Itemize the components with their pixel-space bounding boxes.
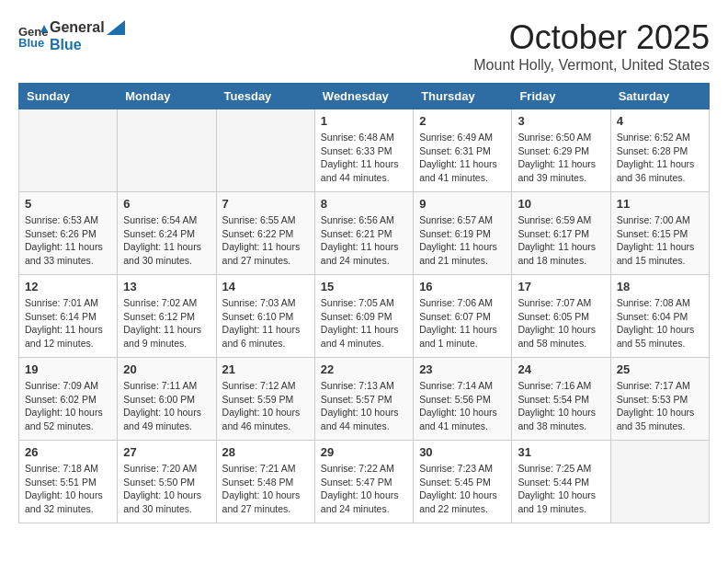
calendar-cell: 1Sunrise: 6:48 AMSunset: 6:33 PMDaylight… bbox=[314, 109, 413, 192]
week-row-4: 19Sunrise: 7:09 AMSunset: 6:02 PMDayligh… bbox=[19, 358, 710, 441]
day-detail: Sunrise: 6:50 AMSunset: 6:29 PMDaylight:… bbox=[518, 131, 604, 185]
calendar-cell: 25Sunrise: 7:17 AMSunset: 5:53 PMDayligh… bbox=[610, 358, 709, 441]
week-row-2: 5Sunrise: 6:53 AMSunset: 6:26 PMDaylight… bbox=[19, 192, 710, 275]
day-detail: Sunrise: 7:00 AMSunset: 6:15 PMDaylight:… bbox=[617, 213, 703, 268]
calendar-cell: 18Sunrise: 7:08 AMSunset: 6:04 PMDayligh… bbox=[610, 275, 709, 358]
calendar-cell: 9Sunrise: 6:57 AMSunset: 6:19 PMDaylight… bbox=[414, 192, 512, 275]
day-number: 19 bbox=[25, 362, 111, 376]
svg-marker-2 bbox=[107, 20, 125, 35]
day-detail: Sunrise: 7:20 AMSunset: 5:50 PMDaylight:… bbox=[123, 462, 210, 516]
day-number: 14 bbox=[222, 280, 309, 293]
day-detail: Sunrise: 7:07 AMSunset: 6:05 PMDaylight:… bbox=[518, 296, 604, 350]
day-number: 15 bbox=[321, 280, 407, 293]
day-detail: Sunrise: 7:13 AMSunset: 5:57 PMDaylight:… bbox=[321, 379, 407, 433]
day-number: 13 bbox=[123, 280, 210, 293]
day-detail: Sunrise: 6:48 AMSunset: 6:33 PMDaylight:… bbox=[321, 131, 407, 185]
page-header: General Blue General Blue October 2025 M… bbox=[18, 18, 710, 74]
day-number: 11 bbox=[617, 197, 703, 211]
week-row-1: 1Sunrise: 6:48 AMSunset: 6:33 PMDaylight… bbox=[19, 109, 710, 192]
calendar-cell: 26Sunrise: 7:18 AMSunset: 5:51 PMDayligh… bbox=[19, 441, 118, 523]
day-number: 16 bbox=[419, 280, 506, 293]
calendar-cell: 14Sunrise: 7:03 AMSunset: 6:10 PMDayligh… bbox=[216, 275, 314, 358]
day-number: 30 bbox=[419, 445, 506, 459]
day-number: 9 bbox=[419, 197, 506, 211]
day-number: 28 bbox=[222, 445, 309, 459]
day-detail: Sunrise: 6:54 AMSunset: 6:24 PMDaylight:… bbox=[123, 213, 210, 268]
day-number: 29 bbox=[321, 445, 407, 459]
calendar-cell: 23Sunrise: 7:14 AMSunset: 5:56 PMDayligh… bbox=[414, 358, 512, 441]
day-detail: Sunrise: 7:01 AMSunset: 6:14 PMDaylight:… bbox=[25, 296, 111, 350]
day-detail: Sunrise: 7:25 AMSunset: 5:44 PMDaylight:… bbox=[518, 462, 604, 516]
day-number: 12 bbox=[25, 280, 111, 293]
day-detail: Sunrise: 7:05 AMSunset: 6:09 PMDaylight:… bbox=[321, 296, 407, 350]
day-number: 23 bbox=[419, 362, 506, 376]
day-number: 26 bbox=[25, 445, 111, 459]
day-number: 10 bbox=[518, 197, 604, 211]
day-number: 25 bbox=[617, 362, 703, 376]
calendar-cell bbox=[610, 441, 709, 523]
calendar-cell bbox=[216, 109, 314, 192]
calendar-cell bbox=[118, 109, 216, 192]
logo-icon: General Blue bbox=[18, 23, 48, 49]
weekday-header-friday: Friday bbox=[512, 84, 610, 109]
day-number: 1 bbox=[321, 114, 407, 128]
calendar-cell: 22Sunrise: 7:13 AMSunset: 5:57 PMDayligh… bbox=[314, 358, 413, 441]
day-detail: Sunrise: 7:11 AMSunset: 6:00 PMDaylight:… bbox=[123, 379, 210, 433]
location-title: Mount Holly, Vermont, United States bbox=[473, 57, 710, 74]
calendar-cell: 16Sunrise: 7:06 AMSunset: 6:07 PMDayligh… bbox=[414, 275, 512, 358]
day-number: 22 bbox=[321, 362, 407, 376]
weekday-header-wednesday: Wednesday bbox=[314, 84, 413, 109]
weekday-header-sunday: Sunday bbox=[19, 84, 118, 109]
calendar-cell: 29Sunrise: 7:22 AMSunset: 5:47 PMDayligh… bbox=[314, 441, 413, 523]
calendar-cell: 17Sunrise: 7:07 AMSunset: 6:05 PMDayligh… bbox=[512, 275, 610, 358]
calendar-cell: 7Sunrise: 6:55 AMSunset: 6:22 PMDaylight… bbox=[216, 192, 314, 275]
day-detail: Sunrise: 6:56 AMSunset: 6:21 PMDaylight:… bbox=[321, 213, 407, 268]
logo-general-text: General bbox=[50, 18, 105, 36]
calendar-cell: 28Sunrise: 7:21 AMSunset: 5:48 PMDayligh… bbox=[216, 441, 314, 523]
day-detail: Sunrise: 7:18 AMSunset: 5:51 PMDaylight:… bbox=[25, 462, 111, 516]
day-number: 18 bbox=[617, 280, 703, 293]
logo-triangle-icon bbox=[107, 20, 125, 35]
day-number: 3 bbox=[518, 114, 604, 128]
day-detail: Sunrise: 7:03 AMSunset: 6:10 PMDaylight:… bbox=[222, 296, 309, 350]
day-number: 21 bbox=[222, 362, 309, 376]
calendar-cell: 13Sunrise: 7:02 AMSunset: 6:12 PMDayligh… bbox=[118, 275, 216, 358]
calendar-cell: 4Sunrise: 6:52 AMSunset: 6:28 PMDaylight… bbox=[610, 109, 709, 192]
month-title: October 2025 bbox=[473, 18, 710, 57]
title-block: October 2025 Mount Holly, Vermont, Unite… bbox=[473, 18, 710, 74]
calendar-cell: 2Sunrise: 6:49 AMSunset: 6:31 PMDaylight… bbox=[414, 109, 512, 192]
calendar-cell: 31Sunrise: 7:25 AMSunset: 5:44 PMDayligh… bbox=[512, 441, 610, 523]
logo: General Blue General Blue bbox=[18, 18, 125, 53]
day-detail: Sunrise: 6:53 AMSunset: 6:26 PMDaylight:… bbox=[25, 213, 111, 268]
calendar-cell: 30Sunrise: 7:23 AMSunset: 5:45 PMDayligh… bbox=[414, 441, 512, 523]
calendar-table: SundayMondayTuesdayWednesdayThursdayFrid… bbox=[18, 83, 710, 523]
day-number: 5 bbox=[25, 197, 111, 211]
calendar-cell: 19Sunrise: 7:09 AMSunset: 6:02 PMDayligh… bbox=[19, 358, 118, 441]
day-detail: Sunrise: 7:12 AMSunset: 5:59 PMDaylight:… bbox=[222, 379, 309, 433]
day-detail: Sunrise: 7:08 AMSunset: 6:04 PMDaylight:… bbox=[617, 296, 703, 350]
calendar-cell: 24Sunrise: 7:16 AMSunset: 5:54 PMDayligh… bbox=[512, 358, 610, 441]
day-number: 8 bbox=[321, 197, 407, 211]
day-number: 31 bbox=[518, 445, 604, 459]
weekday-header-tuesday: Tuesday bbox=[216, 84, 314, 109]
day-detail: Sunrise: 7:02 AMSunset: 6:12 PMDaylight:… bbox=[123, 296, 210, 350]
calendar-cell: 3Sunrise: 6:50 AMSunset: 6:29 PMDaylight… bbox=[512, 109, 610, 192]
calendar-cell: 6Sunrise: 6:54 AMSunset: 6:24 PMDaylight… bbox=[118, 192, 216, 275]
day-number: 2 bbox=[419, 114, 506, 128]
day-detail: Sunrise: 7:23 AMSunset: 5:45 PMDaylight:… bbox=[419, 462, 506, 516]
day-detail: Sunrise: 7:06 AMSunset: 6:07 PMDaylight:… bbox=[419, 296, 506, 350]
calendar-cell: 12Sunrise: 7:01 AMSunset: 6:14 PMDayligh… bbox=[19, 275, 118, 358]
week-row-5: 26Sunrise: 7:18 AMSunset: 5:51 PMDayligh… bbox=[19, 441, 710, 523]
day-detail: Sunrise: 7:16 AMSunset: 5:54 PMDaylight:… bbox=[518, 379, 604, 433]
day-detail: Sunrise: 7:22 AMSunset: 5:47 PMDaylight:… bbox=[321, 462, 407, 516]
day-detail: Sunrise: 6:55 AMSunset: 6:22 PMDaylight:… bbox=[222, 213, 309, 268]
day-number: 17 bbox=[518, 280, 604, 293]
day-detail: Sunrise: 7:17 AMSunset: 5:53 PMDaylight:… bbox=[617, 379, 703, 433]
day-detail: Sunrise: 6:59 AMSunset: 6:17 PMDaylight:… bbox=[518, 213, 604, 268]
calendar-cell: 5Sunrise: 6:53 AMSunset: 6:26 PMDaylight… bbox=[19, 192, 118, 275]
calendar-cell: 27Sunrise: 7:20 AMSunset: 5:50 PMDayligh… bbox=[118, 441, 216, 523]
calendar-cell: 11Sunrise: 7:00 AMSunset: 6:15 PMDayligh… bbox=[610, 192, 709, 275]
day-number: 4 bbox=[617, 114, 703, 128]
day-detail: Sunrise: 6:49 AMSunset: 6:31 PMDaylight:… bbox=[419, 131, 506, 185]
day-detail: Sunrise: 7:21 AMSunset: 5:48 PMDaylight:… bbox=[222, 462, 309, 516]
